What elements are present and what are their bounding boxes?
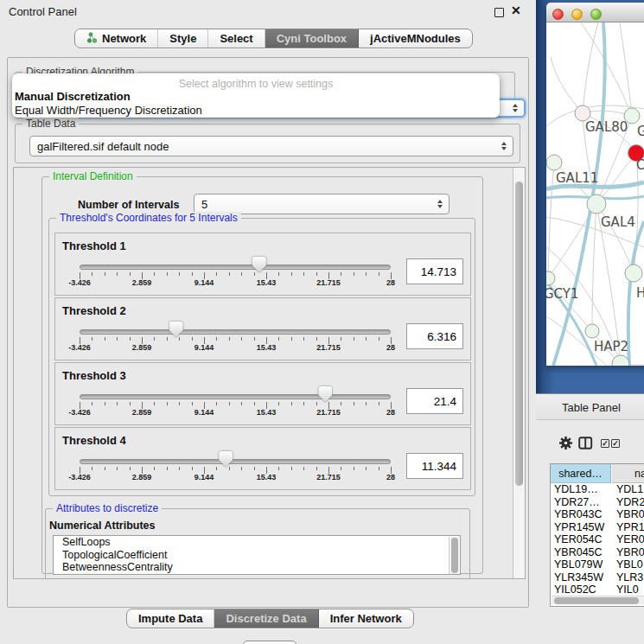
scrollbar-thumb[interactable]	[554, 597, 639, 604]
slider-thumb[interactable]	[252, 257, 266, 272]
numerical-attributes-list[interactable]: SelfLoopsTopologicalCoefficientBetweenne…	[53, 535, 461, 575]
cyni-toolbox-panel: Discretization Algorithm Table Data galF…	[7, 57, 529, 608]
scrollbar-thumb[interactable]	[451, 538, 458, 573]
network-window-titlebar[interactable]	[546, 3, 644, 22]
slider-tick	[92, 337, 92, 341]
close-traffic-light[interactable]	[552, 9, 564, 20]
table-row[interactable]: YER054CYER0	[551, 533, 644, 546]
attributes-group: Attributes to discretize Numerical Attri…	[45, 508, 470, 579]
network-node[interactable]	[587, 194, 606, 214]
network-node[interactable]	[612, 355, 629, 366]
slider-tick	[241, 402, 242, 405]
threshold-panel: Threshold 4-3.4262.8599.14415.4321.71528…	[54, 427, 471, 490]
close-icon[interactable]: ✕	[511, 3, 521, 17]
application-root: Control Panel ✕ Network Style Select	[0, 0, 644, 644]
slider-tick	[241, 272, 242, 276]
slider-tick	[316, 272, 317, 276]
slider-tick	[192, 467, 193, 470]
zoom-traffic-light[interactable]	[590, 9, 602, 20]
slider-tick-label: 9.144	[194, 473, 214, 481]
threshold-value-field[interactable]: 11.344	[406, 453, 463, 479]
apply-button[interactable]: Apply	[243, 641, 296, 644]
slider-thumb[interactable]	[219, 451, 233, 467]
threshold-value-field[interactable]: 6.316	[406, 323, 463, 349]
slider-tick-label: 28	[386, 278, 395, 287]
tab-label: Select	[220, 32, 252, 45]
tab-cyni-toolbox[interactable]: Cyni Toolbox	[265, 29, 359, 48]
column-header-name[interactable]: na	[612, 464, 644, 483]
columns-icon[interactable]	[578, 437, 593, 453]
checkbox-icon[interactable]: ✓	[601, 439, 609, 448]
network-canvas[interactable]: GAL80GACYGAL11GAL4GCY1HHAP2	[546, 22, 644, 366]
slider-track[interactable]	[80, 329, 391, 335]
tab-jactivemnodules[interactable]: jActiveMNodules	[359, 29, 472, 48]
tab-label: Infer Network	[330, 612, 402, 625]
slider-tick-label: 21.715	[316, 278, 341, 287]
list-scrollbar[interactable]	[449, 537, 459, 575]
slider-tick	[303, 272, 304, 276]
tab-select[interactable]: Select	[208, 29, 265, 48]
slider-tick	[117, 402, 118, 405]
attribute-list-item[interactable]: TopologicalCoefficient	[54, 549, 460, 562]
slider-tick	[92, 402, 92, 405]
network-node[interactable]	[546, 271, 555, 285]
slider-tick	[130, 272, 131, 276]
tab-network[interactable]: Network	[75, 29, 158, 48]
network-icon	[86, 32, 98, 46]
attribute-list-item[interactable]: SelfLoops	[54, 536, 460, 549]
table-row[interactable]: YDL19…YDL1	[551, 483, 644, 496]
threshold-value-field[interactable]: 14.713	[406, 258, 463, 284]
attribute-list-item[interactable]: BetweennessCentrality	[54, 561, 460, 574]
tab-style[interactable]: Style	[158, 29, 208, 48]
slider-tick	[241, 467, 242, 470]
network-node[interactable]	[546, 155, 562, 170]
slider-tick-label: -3.426	[68, 473, 91, 481]
scrollbar-thumb[interactable]	[515, 182, 523, 486]
slider-tick	[366, 337, 367, 341]
slider-tick	[341, 467, 341, 470]
network-node[interactable]	[625, 265, 642, 282]
table-row[interactable]: YIL052CYIL0	[551, 583, 644, 596]
slider-track[interactable]	[80, 394, 391, 399]
slider-tick-label: 15.43	[257, 408, 277, 417]
network-node-label: CY	[636, 157, 644, 173]
slider-tick	[379, 402, 379, 405]
tab-discretize-data[interactable]: Discretize Data	[214, 609, 318, 628]
popup-item-manual-discretization[interactable]: Manual Discretization	[12, 90, 500, 104]
slider-track[interactable]	[80, 459, 391, 464]
slider-tick	[105, 337, 105, 341]
slider-track[interactable]	[80, 265, 391, 270]
float-window-icon[interactable]	[494, 8, 504, 17]
table-row[interactable]: YBR045CYBR0	[551, 546, 644, 559]
network-node-label: H	[636, 285, 644, 301]
slider-tick-label: -3.426	[68, 278, 91, 287]
slider-tick	[354, 337, 354, 341]
slider-tick-label: 15.43	[257, 278, 277, 287]
slider-tick	[291, 337, 292, 341]
table-data-combobox[interactable]: galFiltered.sif default node	[29, 136, 513, 156]
slider-thumb[interactable]	[169, 322, 183, 337]
table-row[interactable]: YDR27…YDR2	[551, 496, 644, 509]
network-node[interactable]	[585, 324, 599, 338]
checkbox-icon[interactable]: ✓	[611, 439, 620, 448]
slider-thumb[interactable]	[318, 386, 332, 402]
table-cell: YDL1	[616, 483, 643, 496]
minimize-traffic-light[interactable]	[571, 9, 583, 20]
slider-tick-label: 15.43	[257, 343, 277, 352]
table-cell: YIL052C	[554, 583, 596, 596]
panel-scrollbar[interactable]	[513, 168, 525, 578]
threshold-label: Threshold 3	[62, 369, 126, 382]
slider-tick-label: 28	[386, 343, 395, 352]
gear-icon[interactable]	[558, 436, 573, 454]
table-row[interactable]: YPR145WYPR1	[551, 521, 644, 534]
threshold-value-field[interactable]: 21.4	[406, 388, 463, 414]
tab-impute-data[interactable]: Impute Data	[127, 609, 214, 628]
table-horizontal-scrollbar[interactable]	[552, 596, 644, 604]
table-row[interactable]: YLR345WYLR3	[551, 571, 644, 584]
popup-item-equal-width[interactable]: Equal Width/Frequency Discretization	[12, 104, 500, 118]
table-row[interactable]: YBR043CYBR0	[551, 508, 644, 521]
tab-infer-network[interactable]: Infer Network	[319, 609, 413, 628]
table-row[interactable]: YBL079WYBL0	[551, 558, 644, 571]
tab-label: Cyni Toolbox	[277, 32, 347, 45]
column-header-shared-name[interactable]: shared…	[551, 464, 611, 483]
